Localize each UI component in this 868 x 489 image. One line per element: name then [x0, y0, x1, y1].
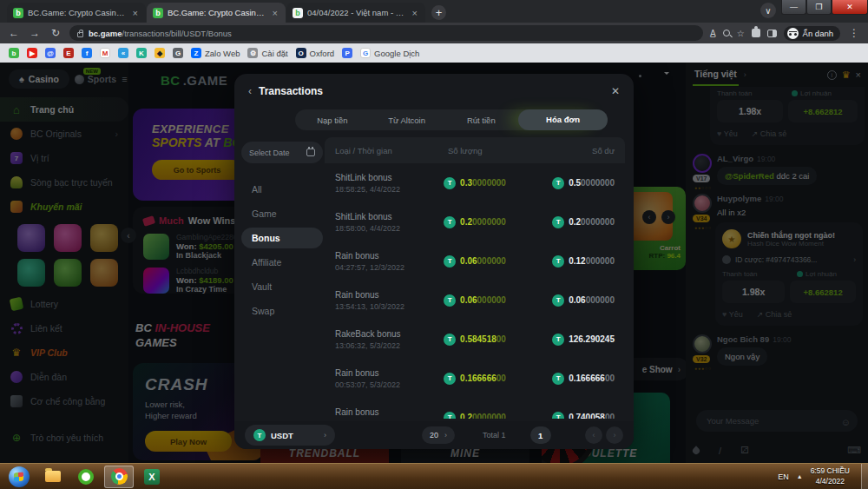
table-row[interactable]: Rain bonus13:54:13, 10/3/2022 T0.0600000… [325, 281, 625, 320]
bookmark-mail[interactable]: @ [45, 48, 56, 58]
filter-bonus[interactable]: Bonus [241, 228, 323, 248]
bookmark-share[interactable]: « [118, 48, 128, 58]
gear-icon: ⚙ [247, 48, 258, 58]
table-row[interactable]: RakeBack bonus13:06:32, 5/3/2022 T0.5845… [325, 320, 625, 359]
new-tab-button[interactable]: + [431, 5, 446, 20]
table-row[interactable]: ShitLink bonus18:58:25, 4/4/2022 T0.3000… [325, 163, 625, 202]
start-button[interactable] [9, 466, 30, 487]
translate-icon[interactable]: A̲ [710, 29, 716, 38]
currency-selector[interactable]: T USDT › [245, 425, 335, 446]
window-close-button[interactable]: ✕ [832, 0, 868, 15]
tab-close-icon[interactable]: × [411, 8, 419, 18]
tab-close-icon[interactable]: × [131, 8, 140, 18]
filter-affiliate[interactable]: Affiliate [241, 252, 323, 273]
side-panel-icon[interactable] [767, 30, 777, 37]
gmail-icon: M [100, 48, 110, 58]
kucoin-icon: K [136, 48, 147, 58]
tether-icon: T [552, 334, 564, 346]
table-row[interactable]: Rain bonus00:53:07, 5/3/2022 T0.16666600… [325, 359, 625, 398]
bookmark-settings[interactable]: ⚙Cài đặt [247, 48, 287, 58]
tether-icon: T [444, 334, 456, 346]
taskbar-explorer[interactable] [38, 466, 68, 488]
page-prev-icon[interactable]: ‹ [585, 426, 602, 444]
bcgame-favicon: b [293, 8, 303, 18]
col-balance: Số dư [592, 146, 615, 155]
modal-back-icon[interactable]: ‹ [248, 85, 252, 97]
tray-expand-icon[interactable]: ▲ [797, 473, 803, 479]
filter-swap[interactable]: Swap [241, 301, 323, 321]
filter-vault[interactable]: Vault [241, 276, 323, 297]
tab-from-altcoin[interactable]: Từ Altcoin [370, 116, 444, 125]
tab-close-icon[interactable]: × [271, 8, 279, 18]
show-desktop-button[interactable] [861, 464, 868, 489]
table-row[interactable]: Rain bonus21:21:00, 15/2/2022 T0.2000000… [325, 398, 625, 419]
bookmark-google-translate[interactable]: GGoogle Dịch [360, 48, 419, 58]
transactions-table: Loại / Thời gian Số lượng Số dư ShitLink… [325, 137, 625, 419]
tab-search-icon[interactable]: ∨ [760, 3, 776, 18]
oxford-icon: O [296, 48, 306, 58]
bookmark-binance[interactable]: ◆ [155, 48, 165, 58]
browser-tab-3[interactable]: b 04/04/2022 - Việt nam - BC.Game × [286, 3, 425, 23]
table-row[interactable]: ShitLink bonus18:58:00, 4/4/2022 T0.2000… [325, 202, 625, 241]
url-text: bc.game/transactions/bill/USDT/Bonus [89, 29, 232, 38]
zoom-search-icon[interactable] [723, 30, 730, 36]
bookmark-translate[interactable]: G [173, 48, 183, 58]
tab-withdraw[interactable]: Rút tiền [444, 116, 518, 125]
page-content: BC.GAME ♠ Casino NEW Sports ≡ ⌂Tr [0, 63, 868, 463]
language-indicator[interactable]: EN [778, 472, 789, 481]
bookmark-youtube[interactable]: ▶ [27, 48, 37, 58]
address-bar[interactable]: bc.game/transactions/bill/USDT/Bonus [69, 25, 703, 41]
bookmark-oxford[interactable]: OOxford [296, 48, 335, 58]
extensions-icon[interactable] [752, 29, 760, 37]
menu-dots-icon[interactable]: ⋮ [847, 27, 861, 39]
bcgame-icon: b [9, 48, 19, 58]
browser-tab-2[interactable]: b BC.Game: Crypto Casino Games × [147, 3, 286, 23]
filter-all[interactable]: All [241, 179, 323, 200]
bookmark-bcgame[interactable]: b [9, 48, 19, 58]
forward-icon[interactable]: → [28, 27, 42, 39]
tether-icon: T [552, 255, 564, 268]
modal-close-icon[interactable]: ✕ [611, 85, 620, 97]
bookmark-p[interactable]: P [342, 48, 352, 58]
taskbar-excel[interactable]: X [137, 466, 167, 488]
filter-game[interactable]: Game [241, 203, 323, 224]
bookmark-label: Cài đặt [261, 49, 287, 58]
bookmark-zalo[interactable]: ZZalo Web [191, 48, 240, 58]
bookmark-star-icon[interactable]: ☆ [737, 29, 745, 38]
bookmark-gmail[interactable]: M [100, 48, 110, 58]
page-next-icon[interactable]: › [606, 426, 623, 444]
page-size-selector[interactable]: 20 › [422, 426, 455, 444]
select-date-button[interactable]: Select Date [241, 142, 323, 163]
taskbar-coccoc[interactable] [71, 466, 101, 488]
folder-icon [45, 471, 61, 482]
window-minimize-button[interactable]: — [781, 0, 806, 15]
window-maximize-button[interactable]: ❐ [806, 0, 832, 15]
back-icon[interactable]: ← [7, 27, 21, 39]
modal-footer: T USDT › 20 › Total 1 1 ‹ › [234, 421, 634, 449]
reload-icon[interactable]: ↻ [49, 27, 62, 39]
coccoc-icon [78, 469, 94, 485]
browser-toolbar: ← → ↻ bc.game/transactions/bill/USDT/Bon… [0, 23, 868, 43]
bookmark-facebook[interactable]: f [82, 48, 92, 58]
transactions-modal: ‹ Transactions ✕ Nạp tiền Từ Altcoin Rút… [234, 74, 634, 449]
tab-bill[interactable]: Hóa đơn [518, 109, 608, 130]
translate-icon: G [173, 48, 183, 58]
tether-icon: T [552, 177, 564, 189]
taskbar-chrome[interactable] [104, 466, 134, 488]
tab-deposit[interactable]: Nạp tiền [295, 116, 370, 125]
tab-title: BC.Game: Crypto Casino Games [168, 8, 266, 17]
system-clock[interactable]: 6:59 CHIỀU 4/4/2022 [811, 466, 853, 486]
zalo-icon: Z [191, 48, 201, 58]
current-page[interactable]: 1 [530, 426, 551, 444]
screen: b BC.Game: Crypto Casino Games × b BC.Ga… [0, 0, 868, 489]
bookmarks-bar: b ▶ @ E f M « K ◆ G ZZalo Web ⚙Cài đặt O… [0, 43, 868, 63]
chevron-right-icon: › [324, 431, 326, 439]
transactions-tabs: Nạp tiền Từ Altcoin Rút tiền Hóa đơn [295, 109, 608, 130]
bookmark-kucoin[interactable]: K [136, 48, 147, 58]
google-translate-icon: G [360, 48, 371, 58]
bookmark-e[interactable]: E [63, 48, 74, 58]
browser-tab-1[interactable]: b BC.Game: Crypto Casino Games × [7, 3, 146, 23]
tether-icon: T [444, 412, 456, 420]
incognito-badge[interactable]: Ẩn danh [784, 26, 840, 41]
table-row[interactable]: Rain bonus04:27:57, 12/3/2022 T0.0600000… [325, 241, 625, 281]
